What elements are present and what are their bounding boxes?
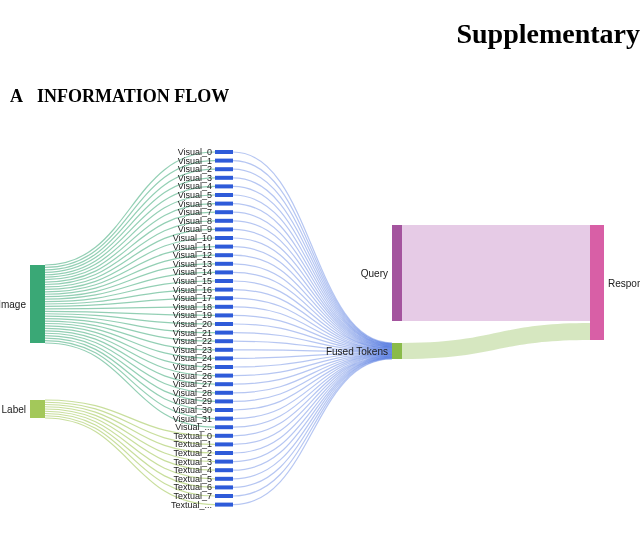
node-Visual_7 [215,210,233,214]
node-Visual_22 [215,339,233,343]
flow-Visual_1-to-fused [233,161,392,344]
node-Visual_10 [215,236,233,240]
node-label-src [30,400,45,418]
node-Visual_25 [215,365,233,369]
node-Textual_5 [215,477,233,481]
flow-Textual_7-to-fused [233,359,392,496]
node-Visual_28 [215,391,233,395]
node-Textual_7 [215,494,233,498]
sankey-svg [0,125,640,535]
label-response: Response [608,278,640,289]
label-label: Label [2,404,26,415]
node-Visual_15 [215,279,233,283]
node-Visual_17 [215,296,233,300]
node-Visual_12 [215,253,233,257]
node-Visual_16 [215,288,233,292]
section-heading-text: INFORMATION FLOW [37,86,229,106]
flow-Textual_5-to-fused [233,358,392,479]
node-Visual_20 [215,322,233,326]
node-query [392,225,402,321]
node-Visual_27 [215,382,233,386]
node-Textual_2 [215,451,233,455]
node-Textual_0 [215,434,233,438]
node-Visual_14 [215,270,233,274]
node-Visual_23 [215,348,233,352]
node-Textual_4 [215,468,233,472]
node-Visual_11 [215,245,233,249]
node-Visual_9 [215,227,233,231]
node-Visual_... [215,425,233,429]
node-Visual_6 [215,202,233,206]
flow-Visual_2-to-fused [233,169,392,344]
flow-fused-to-response [402,323,590,359]
node-fused [392,343,402,359]
flow-Visual_4-to-fused [233,186,392,344]
node-Visual_2 [215,167,233,171]
node-Visual_21 [215,331,233,335]
node-response [590,225,604,340]
node-Visual_4 [215,184,233,188]
page-title: Supplementary [0,0,640,50]
label-query: Query [361,268,388,279]
label-fused: Fused Tokens [326,346,388,357]
node-Textual_3 [215,460,233,464]
section-letter: A [10,86,23,106]
node-Visual_19 [215,313,233,317]
node-Visual_1 [215,159,233,163]
flow-Textual_2-to-fused [233,357,392,453]
node-Textual_6 [215,485,233,489]
node-Visual_18 [215,305,233,309]
node-Textual_... [215,503,233,507]
node-Visual_0 [215,150,233,154]
node-Visual_24 [215,356,233,360]
label-image: Image [0,299,26,310]
section-heading: AINFORMATION FLOW [0,50,640,107]
node-image [30,265,45,343]
sankey-diagram: ImageLabelVisual_0Visual_1Visual_2Visual… [0,125,640,535]
node-Visual_3 [215,176,233,180]
node-Visual_30 [215,408,233,412]
node-Visual_8 [215,219,233,223]
flow-Visual_10-to-fused [233,238,392,347]
node-Visual_13 [215,262,233,266]
node-Visual_26 [215,374,233,378]
node-Visual_29 [215,399,233,403]
node-Visual_31 [215,417,233,421]
node-Visual_5 [215,193,233,197]
node-Textual_1 [215,442,233,446]
flow-query-to-response [402,225,590,321]
label-Textual_...: Textual_... [171,500,212,510]
